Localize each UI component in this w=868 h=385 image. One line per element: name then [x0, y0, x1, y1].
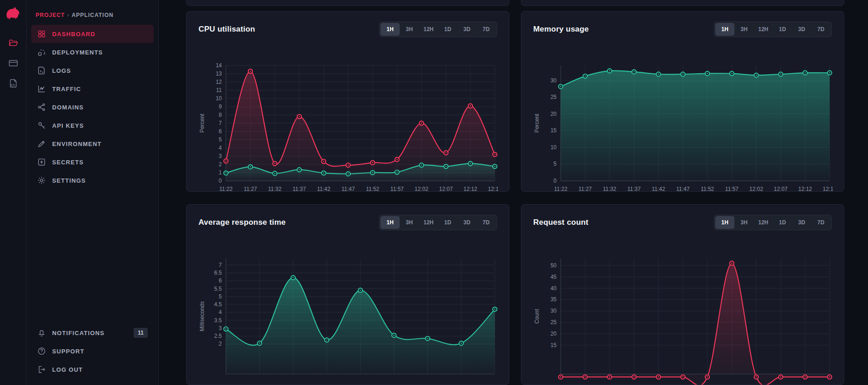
svg-text:11:32: 11:32	[603, 186, 616, 192]
icon-rail	[0, 0, 27, 385]
range-button-3d[interactable]: 3D	[792, 23, 811, 36]
sidebar-item-traffic[interactable]: TRAFFIC	[31, 80, 154, 98]
svg-text:11:37: 11:37	[293, 186, 306, 192]
svg-text:Milliseconds: Milliseconds	[199, 301, 205, 331]
svg-text:2.5: 2.5	[214, 333, 222, 339]
range-button-3d[interactable]: 3D	[457, 23, 477, 36]
svg-text:0: 0	[553, 178, 557, 184]
request-count-chart: 1520253035404550Count	[533, 252, 833, 385]
sidebar-item-api-keys[interactable]: API KEYS	[31, 116, 154, 135]
domains-share-icon	[37, 103, 46, 112]
range-button-3d[interactable]: 3D	[457, 216, 477, 229]
svg-text:2: 2	[219, 161, 222, 168]
svg-text:15: 15	[551, 342, 557, 348]
range-button-1h[interactable]: 1H	[715, 23, 734, 36]
file-code-icon[interactable]	[8, 78, 19, 89]
logout-icon	[37, 365, 46, 374]
breadcrumb-application[interactable]: APPLICATION	[72, 12, 113, 18]
svg-text:5: 5	[219, 293, 222, 300]
range-button-7d[interactable]: 7D	[811, 23, 830, 36]
svg-text:9: 9	[219, 103, 222, 110]
sidebar-item-environment[interactable]: ENVIRONMENT	[31, 135, 154, 153]
sidebar-item-support[interactable]: SUPPORT	[31, 342, 154, 360]
range-button-1d[interactable]: 1D	[773, 216, 792, 229]
billing-card-icon[interactable]	[8, 58, 19, 69]
svg-text:11:47: 11:47	[676, 186, 690, 192]
svg-text:15: 15	[551, 128, 557, 134]
svg-text:Count: Count	[534, 309, 540, 324]
svg-text:40: 40	[551, 285, 557, 292]
range-button-7d[interactable]: 7D	[811, 216, 830, 229]
range-button-3h[interactable]: 3H	[734, 23, 754, 36]
svg-text:11:22: 11:22	[554, 186, 567, 192]
range-button-3h[interactable]: 3H	[400, 23, 419, 36]
sidebar-item-deployments[interactable]: DEPLOYMENTS	[31, 43, 154, 61]
svg-text:4: 4	[219, 145, 222, 151]
sidebar-item-logs[interactable]: LOGS	[31, 61, 154, 80]
svg-text:7: 7	[219, 262, 222, 268]
svg-text:10: 10	[216, 95, 222, 102]
projects-folder-icon[interactable]	[8, 38, 19, 49]
svg-text:12:07: 12:07	[774, 186, 788, 192]
left-column: CPU utilisation 1H 3H 12H 1D 3D 7D 01234…	[186, 0, 509, 385]
sidebar-item-label: DASHBOARD	[52, 31, 95, 38]
svg-text:50: 50	[551, 262, 557, 269]
svg-text:7: 7	[219, 120, 222, 126]
sidebar-nav: DASHBOARD DEPLOYMENTS LOGS	[27, 25, 158, 190]
range-button-1d[interactable]: 1D	[773, 23, 792, 36]
range-button-1h[interactable]: 1H	[380, 23, 400, 36]
range-button-1d[interactable]: 1D	[438, 23, 457, 36]
range-button-12h[interactable]: 12H	[419, 23, 438, 36]
range-button-7d[interactable]: 7D	[477, 23, 496, 36]
response-time-chart: 22.533.544.555.566.57Milliseconds	[198, 252, 498, 385]
range-button-1h[interactable]: 1H	[715, 216, 734, 229]
sidebar-item-label: DEPLOYMENTS	[52, 49, 103, 56]
range-button-1d[interactable]: 1D	[438, 216, 457, 229]
svg-text:11: 11	[216, 87, 222, 93]
sidebar-item-notifications[interactable]: NOTIFICATIONS 11	[31, 324, 154, 342]
svg-text:3.5: 3.5	[214, 317, 222, 324]
svg-text:5.5: 5.5	[214, 286, 222, 292]
sidebar-item-settings[interactable]: SETTINGS	[31, 171, 154, 190]
range-button-12h[interactable]: 12H	[419, 216, 438, 229]
time-range-group: 1H 3H 12H 1D 3D 7D	[379, 22, 497, 37]
svg-text:0: 0	[219, 178, 222, 184]
range-button-1h[interactable]: 1H	[380, 216, 400, 229]
svg-text:6: 6	[219, 128, 222, 135]
memory-chart: 051015202530Percent11:2211:2711:3211:371…	[533, 59, 833, 192]
svg-text:11:57: 11:57	[725, 186, 739, 192]
key-icon	[37, 121, 46, 130]
nest-logo-icon[interactable]	[5, 5, 21, 22]
sidebar-footer-nav: NOTIFICATIONS 11 SUPPORT LOG OUT	[27, 324, 158, 379]
dashboard-grid-icon	[37, 29, 46, 38]
breadcrumb-separator: ›	[67, 12, 70, 18]
sidebar-item-domains[interactable]: DOMAINS	[31, 98, 154, 116]
range-button-3h[interactable]: 3H	[400, 216, 419, 229]
card-above-cutoff	[186, 0, 509, 6]
range-button-12h[interactable]: 12H	[754, 216, 773, 229]
svg-text:Percent: Percent	[199, 114, 205, 133]
svg-text:5: 5	[553, 161, 557, 168]
sidebar-item-dashboard[interactable]: DASHBOARD	[31, 25, 154, 43]
sidebar: PROJECT›APPLICATION DASHBOARD DEPLOYMENT…	[27, 0, 159, 385]
breadcrumb-project[interactable]: PROJECT	[36, 12, 65, 18]
range-button-12h[interactable]: 12H	[754, 23, 773, 36]
range-button-7d[interactable]: 7D	[477, 216, 496, 229]
range-button-3h[interactable]: 3H	[734, 216, 754, 229]
svg-text:11:22: 11:22	[219, 186, 232, 192]
sidebar-item-logout[interactable]: LOG OUT	[31, 360, 154, 379]
svg-text:11:57: 11:57	[391, 186, 404, 192]
logs-file-icon	[37, 66, 46, 75]
gear-icon	[37, 176, 46, 185]
pen-icon	[37, 139, 46, 148]
card-above-cutoff	[521, 0, 844, 6]
svg-text:6.5: 6.5	[214, 270, 222, 276]
range-button-3d[interactable]: 3D	[792, 216, 811, 229]
svg-text:30: 30	[551, 308, 557, 314]
svg-text:35: 35	[551, 297, 557, 303]
time-range-group: 1H 3H 12H 1D 3D 7D	[714, 22, 832, 37]
sidebar-item-secrets[interactable]: SECRETS	[31, 153, 154, 171]
page-title: Request count	[533, 218, 589, 227]
sidebar-item-label: SECRETS	[52, 159, 84, 166]
svg-text:Percent: Percent	[534, 114, 540, 133]
